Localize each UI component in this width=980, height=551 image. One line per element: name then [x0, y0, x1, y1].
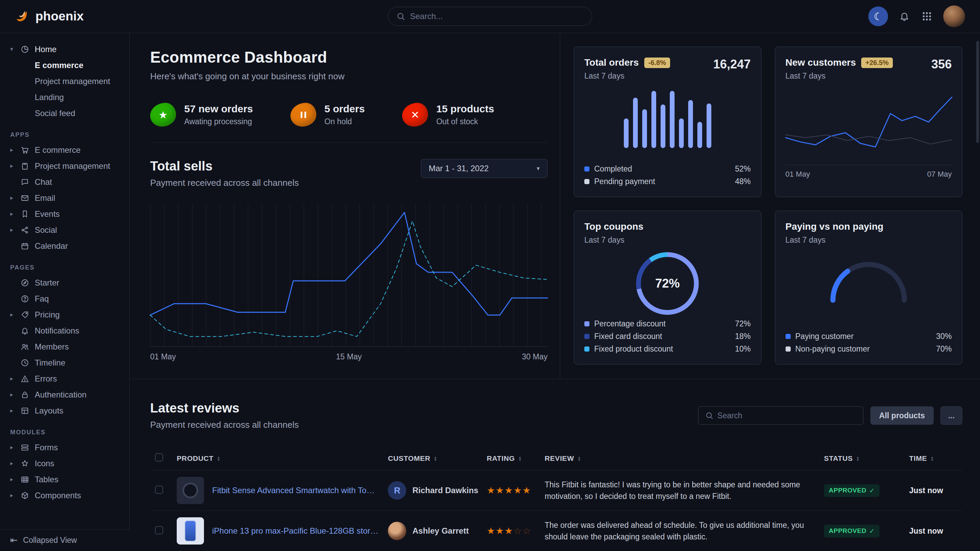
column-label: RATING [487, 454, 515, 462]
row-checkbox[interactable] [155, 526, 163, 534]
previous-series [786, 135, 952, 144]
sidebar-item-calendar[interactable]: Calendar [0, 238, 129, 254]
top-coupons-card: Top coupons Last 7 days 72% Percentage d… [574, 211, 761, 365]
caret-right-icon: ▸ [10, 194, 20, 202]
star-blob-icon: ★ [150, 103, 176, 127]
sidebar-item-project-management[interactable]: Project management [0, 73, 129, 89]
lock-icon [21, 391, 29, 399]
caret-right-icon: ▸ [10, 226, 20, 233]
row-checkbox[interactable] [155, 486, 163, 494]
sidebar-item-layouts[interactable]: ▸Layouts [0, 403, 129, 419]
sidebar-item-home[interactable]: ▾Home [0, 41, 129, 57]
sidebar-nav: ▾HomeE commerceProject managementLanding… [0, 41, 129, 503]
scrollbar-thumb[interactable] [976, 41, 979, 143]
new-customers-value: 356 [931, 57, 952, 71]
column-header-status[interactable]: STATUS▲▼ [819, 446, 904, 470]
sidebar-item-chat[interactable]: Chat [0, 174, 129, 190]
new-customers-x-labels: 01 May 07 May [786, 170, 952, 179]
date-range-value: Mar 1 - 31, 2022 [429, 164, 488, 173]
select-all-checkbox[interactable] [155, 453, 163, 462]
caret-right-icon: ▸ [10, 476, 20, 483]
sidebar-item-members[interactable]: Members [0, 339, 129, 355]
sidebar-item-forms[interactable]: ▸Forms [0, 439, 129, 456]
caret-right-icon: ▸ [10, 460, 20, 467]
sidebar-item-label: Events [35, 209, 60, 219]
sidebar-item-tables[interactable]: ▸Tables [0, 472, 129, 487]
sidebar-item-label: Email [35, 193, 55, 203]
x-label: 07 May [927, 170, 952, 179]
navbar-search[interactable] [388, 7, 592, 26]
column-label: REVIEW [544, 454, 574, 462]
card-title: New customers [786, 57, 856, 68]
user-avatar[interactable] [943, 5, 965, 27]
apps-grid-button[interactable] [921, 10, 933, 22]
paying-card: Paying vs non paying Last 7 days Paying … [775, 211, 963, 365]
column-header-product[interactable]: PRODUCT▲▼ [172, 446, 383, 470]
column-header-customer[interactable]: CUSTOMER▲▼ [383, 446, 482, 470]
notifications-button[interactable] [898, 10, 910, 22]
reviews-search[interactable] [698, 407, 864, 425]
star-icon: ★ [514, 485, 522, 495]
calendar-icon [21, 241, 29, 251]
sidebar-item-icons[interactable]: ▸Icons [0, 456, 129, 472]
all-products-button[interactable]: All products [870, 407, 934, 425]
legend-swatch [786, 346, 791, 352]
more-options-button[interactable]: ... [940, 407, 962, 425]
date-range-select[interactable]: Mar 1 - 31, 2022 ▾ [421, 159, 547, 178]
sidebar-item-e-commerce[interactable]: E commerce [0, 57, 129, 73]
legend-swatch [786, 334, 791, 339]
order-bar [679, 118, 684, 148]
sidebar-item-errors[interactable]: ▸Errors [0, 371, 129, 387]
legend-value: 70% [936, 345, 952, 354]
sidebar-item-notifications[interactable]: Notifications [0, 322, 129, 339]
product-link[interactable]: iPhone 13 pro max-Pacific Blue-128GB sto… [212, 526, 378, 536]
sidebar-item-e-commerce[interactable]: ▸E commerce [0, 142, 129, 158]
product-link[interactable]: Fitbit Sense Advanced Smartwatch with To… [212, 486, 378, 495]
time-cell: Just now [904, 470, 962, 511]
collapsed-view-button[interactable]: ⇤ Collapsed View [0, 529, 130, 551]
sidebar-item-label: Icons [35, 459, 54, 468]
phone-image [185, 520, 196, 541]
reviews-title: Latest reviews [150, 401, 299, 416]
legend-label: Percentage discount [594, 319, 666, 329]
reviews-search-input[interactable] [718, 411, 856, 420]
sidebar-item-pricing[interactable]: ▸Pricing [0, 306, 129, 322]
navbar-search-input[interactable] [410, 11, 584, 21]
x-label: 30 May [522, 352, 547, 361]
column-header-rating[interactable]: RATING▲▼ [482, 446, 540, 470]
sidebar-item-components[interactable]: ▸Components [0, 487, 129, 503]
legend-value: 18% [735, 332, 751, 341]
sidebar-item-faq[interactable]: Faq [0, 291, 129, 306]
sidebar: ▾HomeE commerceProject managementLanding… [0, 33, 130, 551]
sidebar-item-authentication[interactable]: ▸Authentication [0, 387, 129, 403]
sidebar-item-starter[interactable]: Starter [0, 275, 129, 291]
column-header-time[interactable]: TIME▲▼ [904, 446, 962, 470]
customer-name: Ashley Garrett [412, 526, 469, 536]
column-header-review[interactable]: REVIEW▲▼ [540, 446, 819, 470]
sidebar-item-email[interactable]: ▸Email [0, 190, 129, 206]
gauge-track [833, 264, 904, 300]
sidebar-item-label: Tables [35, 475, 58, 484]
check-icon: ✓ [869, 487, 875, 494]
sort-icon: ▲▼ [856, 456, 860, 462]
sidebar-item-label: Timeline [35, 358, 65, 368]
sidebar-item-events[interactable]: ▸Events [0, 206, 129, 222]
legend-label: Paying customer [795, 332, 854, 341]
sidebar-item-landing[interactable]: Landing [0, 89, 129, 105]
rating: ★★★★★ [487, 485, 535, 496]
chat-icon [21, 178, 29, 186]
sidebar-item-timeline[interactable]: Timeline [0, 355, 129, 371]
caret-down-icon: ▾ [10, 46, 20, 53]
theme-toggle-button[interactable]: ☾ [868, 6, 888, 26]
legend-value: 72% [735, 319, 751, 329]
caret-right-icon: ▸ [10, 311, 20, 318]
brand[interactable]: phoenix [15, 8, 84, 24]
sidebar-item-social[interactable]: ▸Social [0, 222, 129, 238]
new-customers-card: New customers +26.5% Last 7 days 356 01 … [775, 47, 963, 197]
bell-icon [21, 326, 29, 335]
paying-gauge-chart [826, 258, 911, 305]
sidebar-item-project-management[interactable]: ▸Project management [0, 158, 129, 174]
legend-paying-customer: Paying customer30% [786, 330, 952, 343]
stat-caption: On hold [325, 117, 365, 126]
sidebar-item-social-feed[interactable]: Social feed [0, 105, 129, 121]
